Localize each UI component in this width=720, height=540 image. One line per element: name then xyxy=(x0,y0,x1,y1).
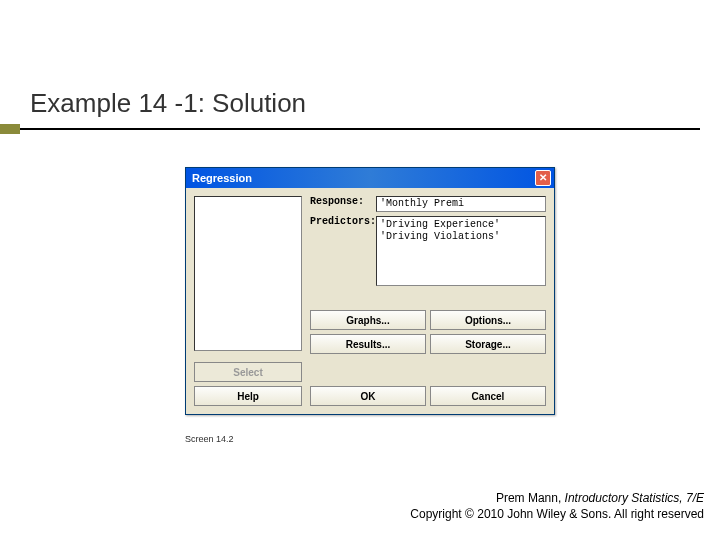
variable-listbox[interactable] xyxy=(194,196,302,351)
ok-button[interactable]: OK xyxy=(310,386,426,406)
regression-dialog: Regression ✕ Response: 'Monthly Premi Pr… xyxy=(185,167,555,415)
left-button-group: Select Help xyxy=(194,362,302,406)
options-button-grid: Graphs... Options... Results... Storage.… xyxy=(310,310,546,354)
slide-title: Example 14 -1: Solution xyxy=(30,88,306,119)
footer-copyright: Copyright © 2010 John Wiley & Sons. All … xyxy=(410,506,704,522)
close-icon[interactable]: ✕ xyxy=(535,170,551,186)
cancel-button[interactable]: Cancel xyxy=(430,386,546,406)
help-button[interactable]: Help xyxy=(194,386,302,406)
dialog-titlebar: Regression ✕ xyxy=(186,168,554,188)
slide-footer: Prem Mann, Introductory Statistics, 7/E … xyxy=(410,490,704,522)
fields-column: Response: 'Monthly Premi Predictors: 'Dr… xyxy=(310,196,546,354)
response-input[interactable]: 'Monthly Premi xyxy=(376,196,546,212)
title-underline xyxy=(20,128,700,130)
results-button[interactable]: Results... xyxy=(310,334,426,354)
predictors-label: Predictors: xyxy=(310,216,372,227)
options-button[interactable]: Options... xyxy=(430,310,546,330)
dialog-body: Response: 'Monthly Premi Predictors: 'Dr… xyxy=(186,188,554,362)
response-row: Response: 'Monthly Premi xyxy=(310,196,546,212)
select-button: Select xyxy=(194,362,302,382)
graphs-button[interactable]: Graphs... xyxy=(310,310,426,330)
footer-book: Introductory Statistics, 7/E xyxy=(565,491,704,505)
response-label: Response: xyxy=(310,196,372,207)
predictors-input[interactable]: 'Driving Experience' 'Driving Violations… xyxy=(376,216,546,286)
footer-author: Prem Mann, xyxy=(496,491,565,505)
dialog-title: Regression xyxy=(192,172,252,184)
figure-caption: Screen 14.2 xyxy=(185,434,234,444)
storage-button[interactable]: Storage... xyxy=(430,334,546,354)
predictors-row: Predictors: 'Driving Experience' 'Drivin… xyxy=(310,216,546,286)
dialog-bottom-row: Select Help OK Cancel xyxy=(186,362,554,414)
accent-block xyxy=(0,124,20,134)
right-button-group: OK Cancel xyxy=(310,362,546,406)
